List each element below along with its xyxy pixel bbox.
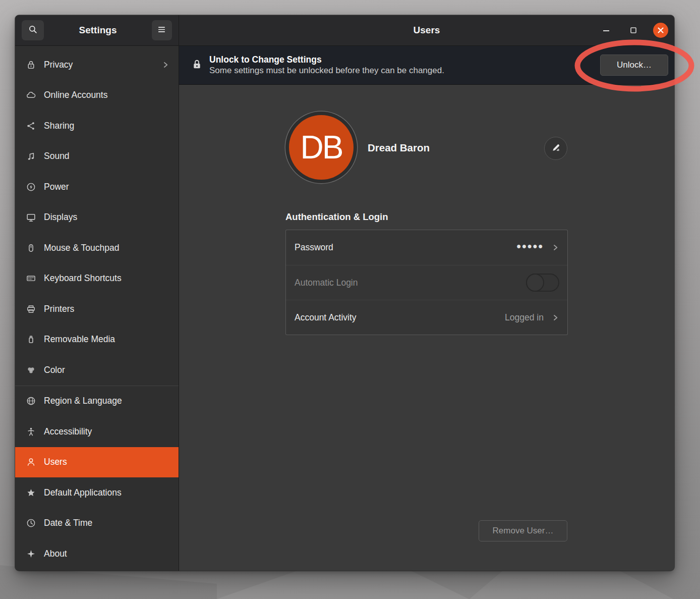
auth-login-list: Password•••••Automatic LoginAccount Acti…: [285, 230, 568, 335]
chevron-right-icon: [162, 61, 169, 69]
primary-menu-button[interactable]: [152, 20, 172, 40]
avatar[interactable]: DB: [289, 115, 354, 180]
users-content: DB Dread Baron Authentication & Login Pa…: [179, 85, 674, 571]
sidebar-item-accessibility[interactable]: Accessibility: [15, 416, 179, 447]
window-controls: [599, 15, 668, 45]
settings-row-account-activity[interactable]: Account ActivityLogged in: [286, 300, 567, 335]
sidebar-item-date-time[interactable]: Date & Time: [15, 508, 179, 539]
star-icon: [25, 487, 37, 498]
maximize-icon: [627, 24, 640, 37]
lock-icon: [191, 59, 203, 72]
sidebar-item-label: Privacy: [44, 60, 73, 70]
automatic-login-toggle: [526, 274, 559, 292]
sidebar-list: PrivacyOnline AccountsSharingSoundPowerD…: [15, 46, 179, 571]
share-icon: [25, 121, 37, 131]
unlock-button[interactable]: Unlock…: [600, 55, 668, 76]
page-title: Users: [414, 25, 440, 36]
row-value: Logged in: [505, 312, 544, 323]
sidebar-item-color[interactable]: Color: [15, 355, 179, 386]
row-label: Automatic Login: [295, 278, 358, 288]
section-heading: Authentication & Login: [285, 211, 388, 223]
sidebar-item-online-accounts[interactable]: Online Accounts: [15, 80, 179, 111]
usb-icon: [25, 334, 37, 345]
globe-icon: [25, 396, 37, 406]
settings-row-automatic-login: Automatic Login: [286, 265, 567, 300]
sidebar-item-users[interactable]: Users: [15, 447, 179, 478]
minimize-button[interactable]: [599, 23, 614, 38]
close-button[interactable]: [653, 23, 668, 38]
sidebar: Settings PrivacyOnline AccountsSharingSo…: [15, 15, 179, 571]
sidebar-item-label: Printers: [44, 304, 74, 314]
keyboard-icon: [25, 273, 37, 284]
sidebar-item-label: Mouse & Touchpad: [44, 243, 120, 253]
lock-icon: [25, 60, 37, 70]
users-icon: [25, 457, 37, 467]
mouse-icon: [25, 243, 37, 253]
settings-row-password[interactable]: Password•••••: [286, 230, 567, 265]
sidebar-item-label: Removable Media: [44, 334, 115, 345]
sidebar-item-keyboard-shortcuts[interactable]: Keyboard Shortcuts: [15, 263, 179, 294]
sidebar-item-label: Sharing: [44, 121, 74, 131]
sidebar-item-sharing[interactable]: Sharing: [15, 111, 179, 141]
sidebar-item-label: About: [44, 549, 67, 559]
sidebar-item-default-applications[interactable]: Default Applications: [15, 477, 179, 508]
display-icon: [25, 212, 37, 223]
user-full-name: Dread Baron: [368, 142, 430, 154]
chevron-right-icon: [552, 314, 559, 321]
pencil-icon: [551, 142, 561, 155]
clock-icon: [25, 518, 37, 528]
sidebar-item-printers[interactable]: Printers: [15, 294, 179, 324]
unlock-banner: Unlock to Change Settings Some settings …: [179, 46, 674, 85]
search-button[interactable]: [22, 20, 44, 40]
toggle-knob: [526, 274, 544, 292]
close-icon: [654, 24, 667, 37]
row-value: •••••: [516, 240, 544, 253]
hamburger-menu-icon: [157, 25, 166, 36]
main-panel: Users Unlock to Change Settings Some set…: [179, 15, 674, 571]
sidebar-item-label: Accessibility: [44, 426, 92, 437]
banner-subtitle: Some settings must be unlocked before th…: [209, 65, 444, 76]
sidebar-item-label: Region & Language: [44, 396, 122, 406]
accessibility-icon: [25, 426, 37, 437]
sidebar-item-label: Displays: [44, 212, 77, 223]
power-icon: [25, 182, 37, 192]
sidebar-item-sound[interactable]: Sound: [15, 141, 179, 172]
search-icon: [28, 25, 38, 36]
remove-user-button: Remove User…: [479, 520, 567, 541]
headerbar: Users: [179, 15, 674, 46]
sidebar-item-label: Keyboard Shortcuts: [44, 273, 122, 284]
sidebar-item-about[interactable]: About: [15, 538, 179, 569]
sidebar-item-mouse-touchpad[interactable]: Mouse & Touchpad: [15, 233, 179, 263]
settings-window: Settings PrivacyOnline AccountsSharingSo…: [15, 15, 674, 571]
maximize-button[interactable]: [626, 23, 641, 38]
banner-title: Unlock to Change Settings: [209, 54, 444, 65]
music-icon: [25, 151, 37, 161]
banner-text: Unlock to Change Settings Some settings …: [209, 54, 444, 76]
color-icon: [25, 365, 37, 375]
sidebar-item-region-language[interactable]: Region & Language: [15, 386, 179, 417]
sparkle-icon: [25, 549, 37, 559]
sidebar-item-label: Color: [44, 365, 65, 375]
cloud-icon: [25, 90, 37, 100]
sidebar-item-label: Users: [44, 457, 67, 467]
sidebar-header: Settings: [15, 15, 179, 46]
sidebar-item-label: Date & Time: [44, 518, 92, 528]
chevron-right-icon: [552, 244, 559, 251]
row-label: Account Activity: [295, 312, 357, 323]
app-title: Settings: [79, 25, 117, 36]
sidebar-item-label: Sound: [44, 151, 70, 161]
sidebar-item-removable-media[interactable]: Removable Media: [15, 324, 179, 355]
minimize-icon: [600, 24, 613, 37]
sidebar-item-power[interactable]: Power: [15, 172, 179, 202]
sidebar-item-label: Online Accounts: [44, 90, 107, 100]
sidebar-item-privacy[interactable]: Privacy: [15, 49, 179, 80]
sidebar-item-displays[interactable]: Displays: [15, 202, 179, 233]
row-right: [526, 274, 559, 292]
edit-name-button[interactable]: [544, 137, 567, 160]
sidebar-item-label: Default Applications: [44, 487, 122, 498]
sidebar-item-label: Power: [44, 182, 69, 192]
row-right: Logged in: [505, 312, 559, 323]
printer-icon: [25, 304, 37, 314]
row-label: Password: [295, 242, 333, 253]
desktop: { "titlebar": { "sidebar_title": "Settin…: [0, 0, 700, 599]
